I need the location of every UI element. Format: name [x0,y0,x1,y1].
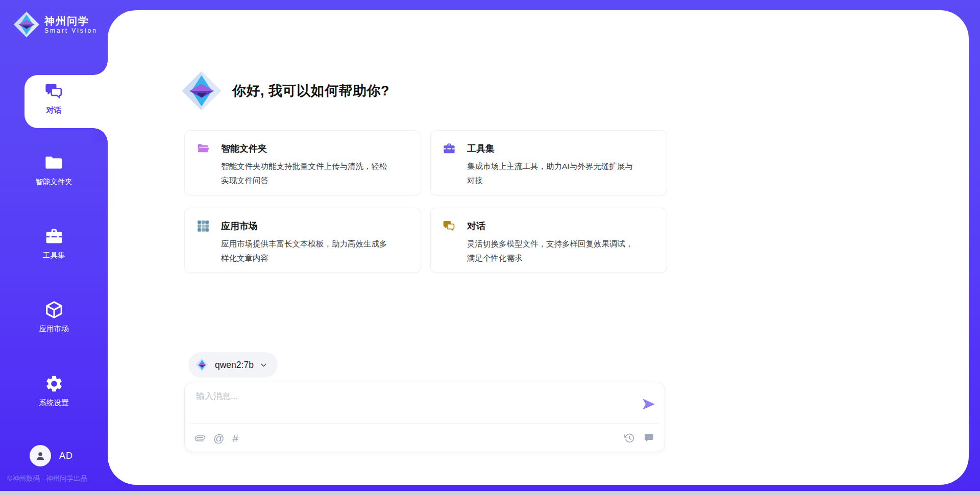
folder-icon [44,153,64,172]
sidebar-item-label: 智能文件夹 [35,177,72,187]
feature-cards: 智能文件夹 智能文件夹功能支持批量文件上传与清洗，轻松实现文件问答 工具集 集成… [184,130,667,273]
message-composer: @ # [184,382,665,452]
message-input[interactable] [196,390,630,420]
send-icon [641,397,656,412]
chat-icon [44,82,64,101]
copyright-text: ©神州数码 · 神州问学出品 [7,474,101,483]
model-selector[interactable]: qwen2:7b [188,352,278,378]
card-title: 智能文件夹 [221,142,267,155]
brand-subtitle: Smart Vision [44,27,97,34]
card-title: 应用市场 [221,220,258,232]
chevron-down-icon [260,361,267,369]
card-toolset[interactable]: 工具集 集成市场上主流工具，助力AI与外界无缝扩展与对接 [430,130,667,195]
sidebar-item-toolset[interactable]: 工具集 [0,227,108,260]
gear-icon [44,374,64,393]
sidebar-item-chat[interactable]: 对话 [0,82,108,115]
brand-name: 神州问学 [44,15,97,27]
user-avatar-icon [34,449,47,462]
card-description: 智能文件夹功能支持批量文件上传与清洗，轻松实现文件问答 [221,159,393,188]
brand-diamond-icon [13,11,40,38]
card-app-market[interactable]: 应用市场 应用市场提供丰富长文本模板，助力高效生成多样化文章内容 [184,208,421,273]
sidebar-item-label: 应用市场 [39,324,69,334]
toolbox-icon [443,142,456,155]
card-title: 工具集 [467,142,495,155]
sidebar: 神州问学 Smart Vision 对话 智能文件夹 工具集 [0,0,108,495]
sidebar-item-label: 工具集 [43,251,65,260]
hashtag-icon[interactable]: # [232,433,238,443]
avatar [30,445,51,466]
card-title: 对话 [467,220,485,232]
card-description: 应用市场提供丰富长文本模板，助力高效生成多样化文章内容 [221,237,393,265]
card-description: 集成市场上主流工具，助力AI与外界无缝扩展与对接 [467,159,639,188]
model-diamond-icon [195,358,209,372]
active-tab-curve-top [93,61,108,75]
sidebar-item-smart-folder[interactable]: 智能文件夹 [0,153,108,187]
active-tab-curve-bottom [93,128,108,142]
sidebar-item-label: 对话 [46,106,62,115]
comment-icon[interactable] [644,433,654,443]
greeting-title: 你好, 我可以如何帮助你? [232,82,389,100]
sidebar-item-settings[interactable]: 系统设置 [0,374,108,408]
attachment-icon[interactable] [195,433,205,443]
card-smart-folder[interactable]: 智能文件夹 智能文件夹功能支持批量文件上传与清洗，轻松实现文件问答 [184,130,421,195]
composer-toolbar: @ # [195,424,654,453]
toolbox-icon [44,227,64,246]
user-name: AD [59,451,73,461]
grid-icon [197,219,210,233]
cube-icon [44,300,64,319]
model-name: qwen2:7b [215,360,254,370]
mention-icon[interactable]: @ [213,433,224,443]
greeting-header: 你好, 我可以如何帮助你? [181,70,389,111]
app-logo: 神州问学 Smart Vision [13,11,97,38]
sidebar-item-label: 系统设置 [39,398,69,408]
send-button[interactable] [641,397,656,412]
card-chat[interactable]: 对话 灵活切换多模型文件，支持多样回复效果调试，满足个性化需求 [430,208,667,273]
chat-icon [443,219,456,233]
horizontal-scrollbar[interactable] [0,491,980,495]
card-description: 灵活切换多模型文件，支持多样回复效果调试，满足个性化需求 [467,237,639,265]
history-icon[interactable] [624,433,634,443]
hero-diamond-icon [181,70,222,111]
sidebar-item-app-market[interactable]: 应用市场 [0,300,108,334]
user-profile[interactable]: AD [30,445,73,466]
folder-open-icon [197,142,210,155]
